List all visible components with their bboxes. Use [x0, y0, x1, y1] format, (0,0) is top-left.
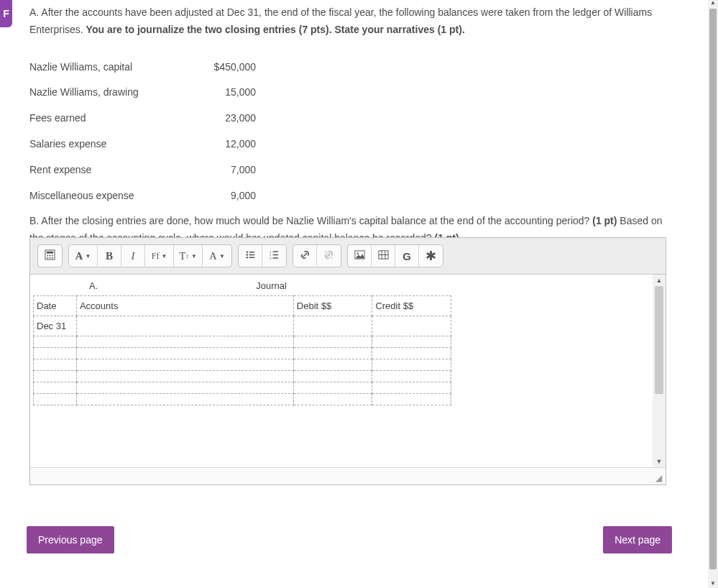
question-flag-tab[interactable]: F — [0, 0, 12, 27]
journal-cell[interactable] — [293, 316, 372, 336]
resize-grip-icon[interactable]: ◢ — [655, 474, 664, 483]
editor-toolbar: A▼ B I Ff▼ T↕▼ A▼ 123 — [30, 238, 666, 275]
journal-cell[interactable] — [34, 336, 77, 348]
insert-image-button[interactable] — [348, 245, 372, 267]
subscript-icon: ↕ — [185, 252, 189, 259]
journal-cell[interactable] — [293, 371, 372, 382]
ledger-account: Salaries expense — [29, 132, 213, 157]
svg-point-3 — [50, 254, 51, 256]
journal-cell[interactable] — [372, 394, 451, 405]
calculator-icon — [45, 249, 55, 263]
journal-cell[interactable] — [293, 348, 372, 359]
editor-footer: ◢ — [30, 467, 666, 484]
journal-cell[interactable] — [76, 336, 293, 348]
google-label: G — [402, 250, 411, 262]
italic-button[interactable]: I — [121, 245, 145, 267]
calculator-button[interactable] — [38, 245, 62, 267]
ledger-amount: $450,000 — [213, 55, 256, 81]
svg-point-21 — [356, 252, 358, 254]
journal-cell[interactable] — [293, 336, 372, 348]
toolbar-group-calc — [37, 244, 63, 267]
journal-cell[interactable] — [76, 394, 293, 405]
journal-cell[interactable] — [76, 371, 293, 382]
previous-page-button[interactable]: Previous page — [27, 526, 114, 553]
journal-cell[interactable] — [76, 382, 293, 394]
journal-cell[interactable] — [76, 359, 293, 371]
toolbar-group-link — [293, 244, 341, 267]
google-button[interactable]: G — [395, 245, 419, 267]
font-style-button[interactable]: A▼ — [69, 245, 98, 267]
svg-point-8 — [246, 251, 247, 252]
ledger-row: Miscellaneous expense9,000 — [29, 183, 256, 209]
journal-cell[interactable] — [293, 359, 372, 371]
page-scrollbar[interactable]: ▲ ▼ — [708, 0, 718, 588]
journal-header-date: Date — [34, 296, 77, 316]
ledger-amount: 7,000 — [213, 157, 256, 183]
unlink-button[interactable] — [317, 245, 341, 267]
toolbar-group-font: A▼ B I Ff▼ T↕▼ A▼ — [68, 244, 232, 267]
journal-table[interactable]: Date Accounts Debit $$ Credit $$ Dec 31 — [33, 295, 451, 405]
toolbar-group-insert: G ✱ — [347, 244, 443, 267]
text-color-button[interactable]: A▼ — [203, 245, 231, 267]
journal-row — [34, 336, 451, 348]
journal-cell[interactable] — [34, 348, 77, 359]
ledger-account: Fees earned — [29, 106, 213, 132]
journal-cell[interactable] — [372, 336, 451, 348]
part-a-bold: You are to journalize the two closing en… — [86, 24, 465, 35]
editor-text-body[interactable]: A. Journal Date Accounts Debit $$ Credit… — [30, 275, 653, 467]
journal-header-debit: Debit $$ — [293, 296, 372, 316]
journal-cell[interactable] — [372, 316, 451, 336]
font-size-button[interactable]: T↕▼ — [174, 245, 203, 267]
special-char-button[interactable]: ✱ — [419, 245, 443, 267]
journal-cell[interactable] — [34, 394, 77, 405]
svg-rect-1 — [47, 251, 53, 253]
journal-cell[interactable] — [34, 359, 77, 371]
svg-point-7 — [52, 257, 53, 258]
journal-row — [34, 371, 451, 382]
journal-cell[interactable] — [372, 382, 451, 394]
ledger-account: Rent expense — [29, 157, 213, 183]
font-family-button[interactable]: Ff▼ — [145, 245, 174, 267]
insert-table-button[interactable] — [372, 245, 395, 267]
svg-rect-17 — [273, 254, 279, 255]
chevron-down-icon: ▼ — [219, 253, 225, 259]
svg-point-5 — [47, 257, 48, 258]
journal-cell[interactable] — [372, 371, 451, 382]
journal-cell[interactable] — [76, 316, 293, 336]
ledger-row: Fees earned23,000 — [29, 106, 256, 132]
text-color-label: A — [209, 250, 217, 262]
journal-cell[interactable] — [76, 348, 293, 359]
svg-point-2 — [47, 254, 48, 256]
bold-button[interactable]: B — [98, 245, 121, 267]
journal-cell[interactable] — [293, 382, 372, 394]
ledger-account: Nazlie Williams, drawing — [29, 80, 213, 106]
editor-content-area[interactable]: A. Journal Date Accounts Debit $$ Credit… — [30, 275, 666, 467]
journal-cell[interactable] — [34, 371, 77, 382]
journal-cell[interactable] — [293, 394, 372, 405]
journal-cell[interactable] — [372, 348, 451, 359]
editor-scroll-up-icon[interactable]: ▲ — [653, 275, 666, 286]
image-icon — [354, 249, 365, 263]
svg-rect-15 — [273, 251, 279, 252]
editor-scrollbar[interactable]: ▲ ▼ — [653, 275, 666, 467]
scroll-up-arrow-icon[interactable]: ▲ — [709, 0, 717, 7]
bullet-list-button[interactable] — [239, 245, 262, 267]
editor-scrollbar-thumb[interactable] — [655, 286, 663, 394]
journal-row — [34, 359, 451, 371]
next-page-button[interactable]: Next page — [603, 526, 672, 553]
scroll-down-arrow-icon[interactable]: ▼ — [709, 581, 717, 588]
ledger-account: Miscellaneous expense — [29, 183, 213, 209]
editor-heading-row: A. Journal — [30, 280, 653, 291]
page-scrollbar-thumb[interactable] — [709, 9, 717, 569]
svg-rect-11 — [249, 254, 254, 255]
numbered-list-button[interactable]: 123 — [262, 245, 286, 267]
link-button[interactable] — [293, 245, 317, 267]
editor-scroll-down-icon[interactable]: ▼ — [653, 456, 666, 467]
answer-editor: A▼ B I Ff▼ T↕▼ A▼ 123 — [29, 237, 666, 485]
ledger-row: Rent expense7,000 — [29, 157, 256, 183]
journal-cell[interactable] — [372, 359, 451, 371]
journal-header-credit: Credit $$ — [372, 296, 451, 316]
journal-cell[interactable] — [34, 382, 77, 394]
journal-cell[interactable]: Dec 31 — [34, 316, 77, 336]
link-icon — [300, 249, 310, 263]
